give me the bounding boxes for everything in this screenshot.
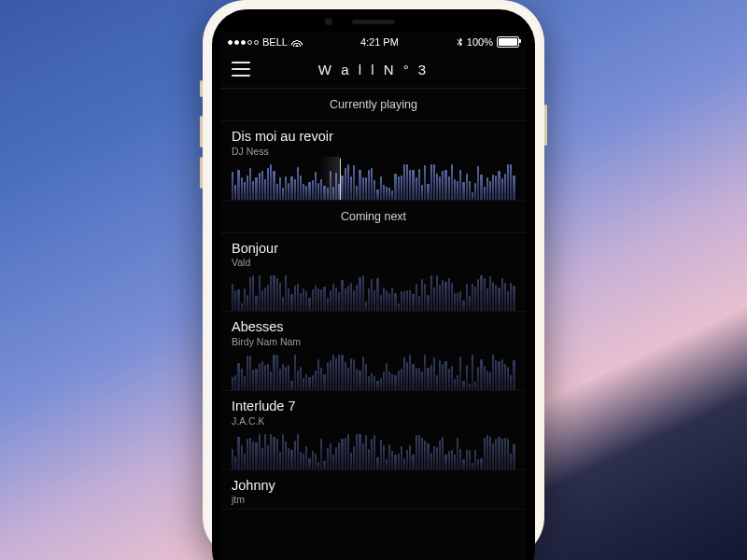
track-artist: jtm: [232, 494, 515, 505]
front-camera: [325, 18, 332, 25]
power-button: [544, 105, 547, 146]
now-playing-track[interactable]: Dis moi au revoir DJ Ness: [220, 121, 527, 201]
battery-icon: [497, 36, 519, 48]
track-artist: Birdy Nam Nam: [232, 336, 515, 347]
track-artist: Vald: [232, 257, 515, 268]
waveform: [232, 353, 515, 390]
queue-track[interactable]: Interlude 7 J.A.C.K: [220, 391, 527, 470]
track-artist: J.A.C.K: [232, 415, 515, 427]
queue-track[interactable]: Bonjour Vald: [220, 233, 527, 313]
queue-track[interactable]: Abesses Birdy Nam Nam: [220, 312, 527, 391]
track-title: Interlude 7: [232, 399, 515, 414]
track-title: Bonjour: [232, 241, 515, 257]
waveform[interactable]: [232, 162, 515, 200]
mute-switch: [200, 80, 203, 97]
battery-pct: 100%: [467, 36, 493, 48]
track-title: Abesses: [232, 319, 515, 335]
section-currently-playing: Currently playing: [220, 89, 527, 121]
speaker-grille: [352, 20, 395, 24]
carrier-label: BELL: [262, 36, 288, 48]
track-title: Johnny: [232, 478, 515, 494]
track-artist: DJ Ness: [232, 146, 515, 157]
waveform: [232, 273, 515, 311]
section-coming-next: Coming next: [220, 201, 527, 233]
screen: BELL 4:21 PM 100% W a l l N: [220, 32, 527, 560]
app-header: W a l l N ° 3: [220, 50, 527, 89]
status-bar: BELL 4:21 PM 100%: [220, 32, 527, 50]
queue-track[interactable]: Johnny jtm: [220, 470, 527, 511]
wifi-icon: [291, 38, 303, 47]
volume-down-button: [200, 157, 203, 189]
bluetooth-icon: [457, 37, 463, 48]
page-title: W a l l N ° 3: [232, 62, 515, 77]
clock: 4:21 PM: [360, 36, 399, 48]
signal-strength-icon: [228, 40, 259, 45]
volume-up-button: [200, 116, 203, 147]
playhead[interactable]: [340, 159, 341, 200]
phone-frame: BELL 4:21 PM 100% W a l l N: [203, 0, 544, 560]
waveform: [232, 432, 515, 469]
track-title: Dis moi au revoir: [232, 129, 515, 145]
